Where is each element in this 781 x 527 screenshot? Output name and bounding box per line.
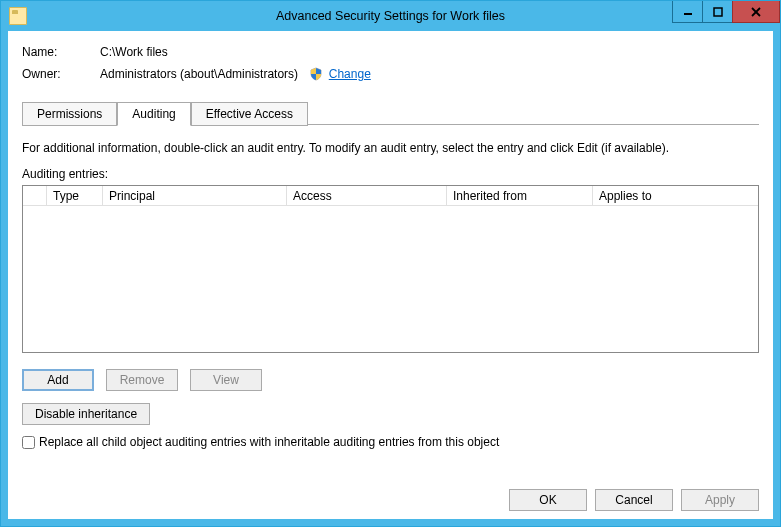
tab-strip: Permissions Auditing Effective Access — [22, 101, 759, 125]
tab-underline — [308, 124, 759, 125]
dialog-footer: OK Cancel Apply — [509, 489, 759, 511]
replace-checkbox-row: Replace all child object auditing entrie… — [22, 435, 759, 449]
add-button[interactable]: Add — [22, 369, 94, 391]
owner-row: Owner: Administrators (about\Administrat… — [22, 67, 759, 81]
description-text: For additional information, double-click… — [22, 141, 759, 155]
window-frame: Advanced Security Settings for Work file… — [0, 0, 781, 527]
name-label: Name: — [22, 45, 100, 59]
remove-button: Remove — [106, 369, 178, 391]
disable-inheritance-row: Disable inheritance — [22, 403, 759, 425]
shield-icon — [309, 67, 323, 81]
ok-button[interactable]: OK — [509, 489, 587, 511]
col-type[interactable]: Type — [47, 186, 103, 206]
entries-label: Auditing entries: — [22, 167, 759, 181]
close-button[interactable] — [732, 1, 780, 23]
replace-checkbox-label[interactable]: Replace all child object auditing entrie… — [39, 435, 499, 449]
folder-icon — [9, 7, 27, 25]
col-access[interactable]: Access — [287, 186, 447, 206]
col-principal[interactable]: Principal — [103, 186, 287, 206]
apply-button: Apply — [681, 489, 759, 511]
maximize-icon — [713, 7, 723, 17]
entry-buttons: Add Remove View — [22, 369, 759, 391]
cancel-button[interactable]: Cancel — [595, 489, 673, 511]
client-area: Name: C:\Work files Owner: Administrator… — [1, 31, 780, 526]
col-inherited[interactable]: Inherited from — [447, 186, 593, 206]
grid-header: Type Principal Access Inherited from App… — [23, 186, 758, 206]
owner-text: Administrators (about\Administrators) — [100, 67, 298, 81]
titlebar[interactable]: Advanced Security Settings for Work file… — [1, 1, 780, 31]
col-icon[interactable] — [23, 186, 47, 206]
minimize-button[interactable] — [672, 1, 702, 23]
maximize-button[interactable] — [702, 1, 732, 23]
window-title: Advanced Security Settings for Work file… — [1, 9, 780, 23]
svg-rect-1 — [714, 8, 722, 16]
owner-label: Owner: — [22, 67, 100, 81]
tab-effective-access[interactable]: Effective Access — [191, 102, 308, 126]
auditing-entries-grid[interactable]: Type Principal Access Inherited from App… — [22, 185, 759, 353]
change-owner-link[interactable]: Change — [329, 67, 371, 81]
close-icon — [750, 7, 762, 17]
view-button: View — [190, 369, 262, 391]
tab-permissions[interactable]: Permissions — [22, 102, 117, 126]
tab-auditing[interactable]: Auditing — [117, 102, 190, 126]
name-value: C:\Work files — [100, 45, 168, 59]
disable-inheritance-button[interactable]: Disable inheritance — [22, 403, 150, 425]
minimize-icon — [683, 7, 693, 17]
window-controls — [672, 1, 780, 23]
owner-value: Administrators (about\Administrators) Ch… — [100, 67, 371, 81]
replace-checkbox[interactable] — [22, 436, 35, 449]
name-row: Name: C:\Work files — [22, 45, 759, 59]
col-applies[interactable]: Applies to — [593, 186, 758, 206]
